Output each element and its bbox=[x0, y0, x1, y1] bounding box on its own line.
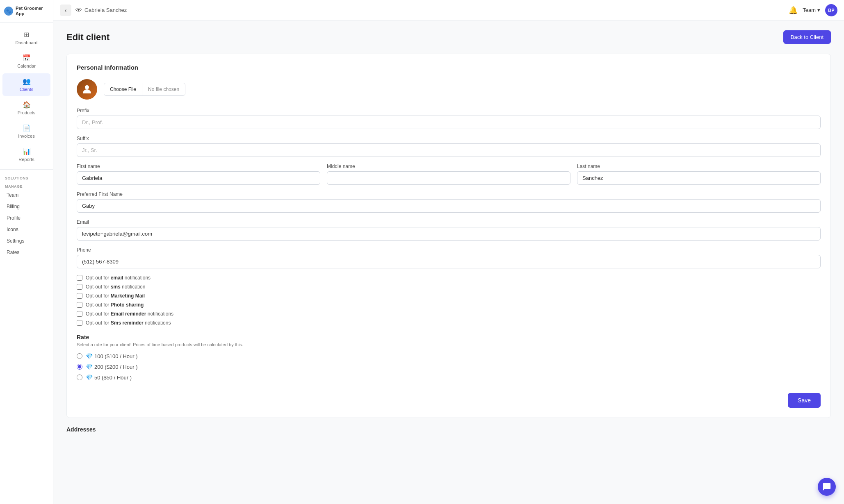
save-button[interactable]: Save bbox=[788, 393, 821, 408]
rate-option-200: 💎 200 ($200 / Hour ) bbox=[77, 363, 821, 370]
opt-out-sms-reminder: Opt-out for Sms reminder notifications bbox=[77, 320, 821, 326]
rate-option-100: 💎 100 ($100 / Hour ) bbox=[77, 353, 821, 359]
rate-radio-200[interactable] bbox=[77, 364, 82, 370]
opt-out-email-checkbox[interactable] bbox=[77, 275, 82, 281]
sidebar-item-settings[interactable]: Settings bbox=[0, 235, 53, 247]
avatar[interactable]: BP bbox=[825, 4, 837, 16]
suffix-input[interactable] bbox=[77, 143, 821, 157]
sidebar-item-billing[interactable]: Billing bbox=[0, 201, 53, 212]
file-input-wrapper: Choose File No file chosen bbox=[104, 83, 185, 96]
first-name-input[interactable] bbox=[77, 171, 320, 185]
rate-label-200: 200 ($200 / Hour ) bbox=[94, 364, 138, 370]
avatar-preview bbox=[77, 79, 97, 100]
back-to-client-button[interactable]: Back to Client bbox=[783, 30, 831, 44]
suffix-group: Suffix bbox=[77, 136, 821, 157]
rate-radio-50[interactable] bbox=[77, 375, 82, 380]
topbar-right: 🔔 Team ▾ BP bbox=[789, 4, 837, 16]
suffix-row: Suffix bbox=[77, 136, 821, 157]
last-name-label: Last name bbox=[577, 163, 821, 169]
middle-name-group: Middle name bbox=[327, 163, 570, 185]
collapse-sidebar-button[interactable]: ‹ bbox=[60, 5, 71, 16]
sidebar-item-rates[interactable]: Rates bbox=[0, 247, 53, 258]
opt-out-sms-label: Opt-out for sms notification bbox=[86, 284, 145, 290]
rate-title: Rate bbox=[77, 334, 821, 341]
phone-input[interactable] bbox=[77, 255, 821, 268]
middle-name-label: Middle name bbox=[327, 163, 570, 169]
preferred-name-group: Preferred First Name bbox=[77, 191, 821, 213]
sidebar-item-reports[interactable]: 📊 Reports bbox=[2, 143, 50, 166]
opt-out-sms-reminder-checkbox[interactable] bbox=[77, 320, 82, 326]
prefix-label: Prefix bbox=[77, 108, 821, 114]
opt-out-photo-checkbox[interactable] bbox=[77, 302, 82, 308]
sidebar-nav: ⊞ Dashboard 📅 Calendar 👥 Clients 🏠 Produ… bbox=[0, 23, 53, 504]
email-row: Email bbox=[77, 219, 821, 241]
photo-upload-row: Choose File No file chosen bbox=[77, 79, 821, 100]
opt-out-sms-reminder-label: Opt-out for Sms reminder notifications bbox=[86, 320, 171, 326]
sidebar-item-calendar[interactable]: 📅 Calendar bbox=[2, 50, 50, 73]
sidebar-item-icons[interactable]: Icons bbox=[0, 224, 53, 235]
email-input[interactable] bbox=[77, 227, 821, 241]
last-name-group: Last name bbox=[577, 163, 821, 185]
rate-label-50: 50 ($50 / Hour ) bbox=[94, 375, 132, 381]
sidebar-item-dashboard[interactable]: ⊞ Dashboard bbox=[2, 27, 50, 49]
calendar-icon: 📅 bbox=[23, 54, 31, 62]
sidebar-item-products[interactable]: 🏠 Products bbox=[2, 97, 50, 119]
opt-out-marketing-label: Opt-out for Marketing Mail bbox=[86, 293, 145, 299]
opt-out-email-label: Opt-out for email notifications bbox=[86, 275, 151, 281]
opt-out-sms-checkbox[interactable] bbox=[77, 284, 82, 290]
breadcrumb: 👁 Gabriela Sanchez bbox=[75, 7, 127, 14]
app-logo: 🐾 Pet Groomer App bbox=[0, 0, 53, 23]
opt-out-email-reminder-checkbox[interactable] bbox=[77, 311, 82, 317]
dashboard-icon: ⊞ bbox=[24, 31, 29, 39]
opt-out-marketing: Opt-out for Marketing Mail bbox=[77, 293, 821, 299]
solutions-label: Solutions bbox=[0, 173, 53, 181]
gem-icon-200: 💎 bbox=[86, 363, 93, 370]
file-no-chosen-label: No file chosen bbox=[142, 83, 185, 95]
sidebar-item-clients[interactable]: 👥 Clients bbox=[2, 73, 50, 96]
reports-icon: 📊 bbox=[23, 148, 31, 155]
sidebar-item-label: Invoices bbox=[18, 134, 34, 138]
bell-icon[interactable]: 🔔 bbox=[789, 6, 798, 15]
eye-icon: 👁 bbox=[75, 7, 82, 14]
chat-bubble[interactable] bbox=[818, 478, 836, 496]
preferred-name-input[interactable] bbox=[77, 199, 821, 213]
sidebar-item-label: Billing bbox=[7, 204, 20, 209]
invoices-icon: 📄 bbox=[23, 124, 31, 132]
sidebar: 🐾 Pet Groomer App ⊞ Dashboard 📅 Calendar… bbox=[0, 0, 53, 504]
phone-label: Phone bbox=[77, 247, 821, 253]
preferred-name-row: Preferred First Name bbox=[77, 191, 821, 213]
rate-description: Select a rate for your client! Prices of… bbox=[77, 342, 821, 347]
email-group: Email bbox=[77, 219, 821, 241]
sidebar-item-label: Products bbox=[18, 110, 35, 115]
chevron-down-icon: ▾ bbox=[817, 7, 820, 13]
opt-out-email-reminder: Opt-out for Email reminder notifications bbox=[77, 311, 821, 317]
opt-out-sms: Opt-out for sms notification bbox=[77, 284, 821, 290]
last-name-input[interactable] bbox=[577, 171, 821, 185]
main-wrapper: ‹ 👁 Gabriela Sanchez 🔔 Team ▾ BP Edit cl… bbox=[53, 0, 844, 504]
prefix-group: Prefix bbox=[77, 108, 821, 129]
sidebar-item-team[interactable]: Team bbox=[0, 189, 53, 201]
sidebar-item-label: Calendar bbox=[17, 64, 36, 68]
choose-file-button[interactable]: Choose File bbox=[104, 83, 142, 95]
team-label: Team bbox=[803, 7, 816, 13]
sidebar-item-profile[interactable]: Profile bbox=[0, 212, 53, 224]
sidebar-item-label: Clients bbox=[20, 87, 34, 92]
sidebar-item-label: Dashboard bbox=[16, 40, 38, 45]
first-name-group: First name bbox=[77, 163, 320, 185]
rate-badge-50: 💎 50 ($50 / Hour ) bbox=[86, 374, 132, 381]
clients-icon: 👥 bbox=[23, 77, 31, 85]
team-menu[interactable]: Team ▾ bbox=[803, 7, 820, 13]
logo-icon: 🐾 bbox=[4, 7, 13, 16]
topbar: ‹ 👁 Gabriela Sanchez 🔔 Team ▾ BP bbox=[53, 0, 844, 20]
rate-radio-100[interactable] bbox=[77, 353, 82, 359]
name-row: First name Middle name Last name bbox=[77, 163, 821, 185]
sidebar-item-invoices[interactable]: 📄 Invoices bbox=[2, 120, 50, 143]
prefix-input[interactable] bbox=[77, 116, 821, 129]
sidebar-item-label: Settings bbox=[7, 238, 24, 244]
prefix-row: Prefix bbox=[77, 108, 821, 129]
middle-name-input[interactable] bbox=[327, 171, 570, 185]
sidebar-item-label: Profile bbox=[7, 215, 21, 221]
opt-out-email: Opt-out for email notifications bbox=[77, 275, 821, 281]
sidebar-item-label: Rates bbox=[7, 250, 19, 255]
opt-out-marketing-checkbox[interactable] bbox=[77, 293, 82, 299]
